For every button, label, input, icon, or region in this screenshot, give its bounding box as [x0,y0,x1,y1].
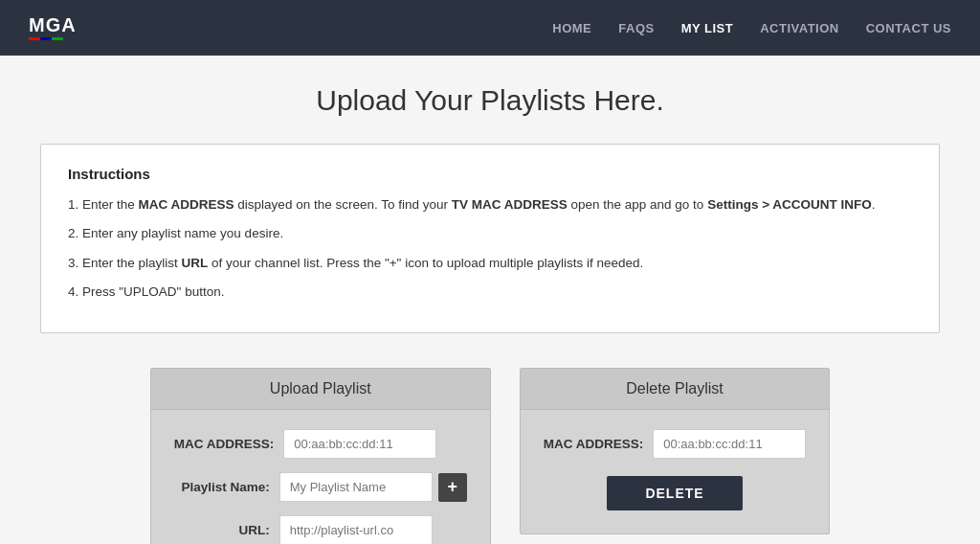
nav-item-contact[interactable]: CONTACT US [866,20,951,35]
nav-link-faqs[interactable]: FAQS [618,21,654,35]
nav-item-mylist[interactable]: MY LIST [681,20,734,35]
nav-item-home[interactable]: HOME [552,20,591,35]
logo-line [29,37,63,40]
delete-panel-body: MAC ADDRESS: DELETE [521,410,830,533]
playlist-name-row: Playlist Name: + [174,472,467,502]
instruction-step-4: Press "UPLOAD" button. [68,283,912,302]
playlist-name-label: Playlist Name: [174,480,270,494]
mac-address-bold: MAC ADDRESS [139,197,234,212]
settings-bold: Settings > ACCOUNT INFO [707,197,872,212]
tv-mac-bold: TV MAC ADDRESS [452,197,568,212]
navbar: MGA HOME FAQS MY LIST ACTIVATION CONTACT… [0,0,980,56]
panels-row: Upload Playlist MAC ADDRESS: Playlist Na… [40,368,940,544]
nav-item-faqs[interactable]: FAQS [618,20,654,35]
url-label: URL: [174,523,270,537]
add-playlist-button[interactable]: + [438,473,467,502]
instructions-box: Instructions Enter the MAC ADDRESS displ… [40,144,940,333]
mac-address-row: MAC ADDRESS: [174,429,467,459]
instructions-heading: Instructions [68,166,912,182]
instruction-step-1: Enter the MAC ADDRESS displayed on the s… [68,195,912,215]
logo: MGA [29,15,77,40]
mac-address-label: MAC ADDRESS: [174,437,275,451]
mac-address-input[interactable] [283,429,436,459]
nav-link-contact[interactable]: CONTACT US [866,21,951,35]
nav-link-home[interactable]: HOME [552,21,591,35]
logo-text: MGA [29,15,77,34]
instruction-step-3: Enter the playlist URL of your channel l… [68,254,912,273]
upload-panel-body: MAC ADDRESS: Playlist Name: + URL: UPLOA… [151,410,490,544]
nav-links: HOME FAQS MY LIST ACTIVATION CONTACT US [552,20,951,35]
delete-button[interactable]: DELETE [607,476,742,510]
delete-mac-address-input[interactable] [653,429,806,459]
nav-item-activation[interactable]: ACTIVATION [760,20,839,35]
url-input[interactable] [279,515,433,544]
url-row: URL: [174,515,467,544]
instructions-list: Enter the MAC ADDRESS displayed on the s… [68,195,912,302]
main-content: Upload Your Playlists Here. Instructions… [21,56,959,544]
nav-link-mylist[interactable]: MY LIST [681,21,734,35]
delete-panel: Delete Playlist MAC ADDRESS: DELETE [520,368,831,534]
delete-mac-address-row: MAC ADDRESS: [544,429,807,459]
delete-mac-address-label: MAC ADDRESS: [544,437,644,451]
delete-panel-header: Delete Playlist [521,369,830,410]
page-title: Upload Your Playlists Here. [40,84,940,117]
upload-panel: Upload Playlist MAC ADDRESS: Playlist Na… [150,368,491,544]
instruction-step-2: Enter any playlist name you desire. [68,224,912,243]
upload-panel-header: Upload Playlist [151,369,490,410]
nav-link-activation[interactable]: ACTIVATION [760,21,839,35]
playlist-name-input[interactable] [279,472,433,502]
url-bold: URL [182,256,209,270]
